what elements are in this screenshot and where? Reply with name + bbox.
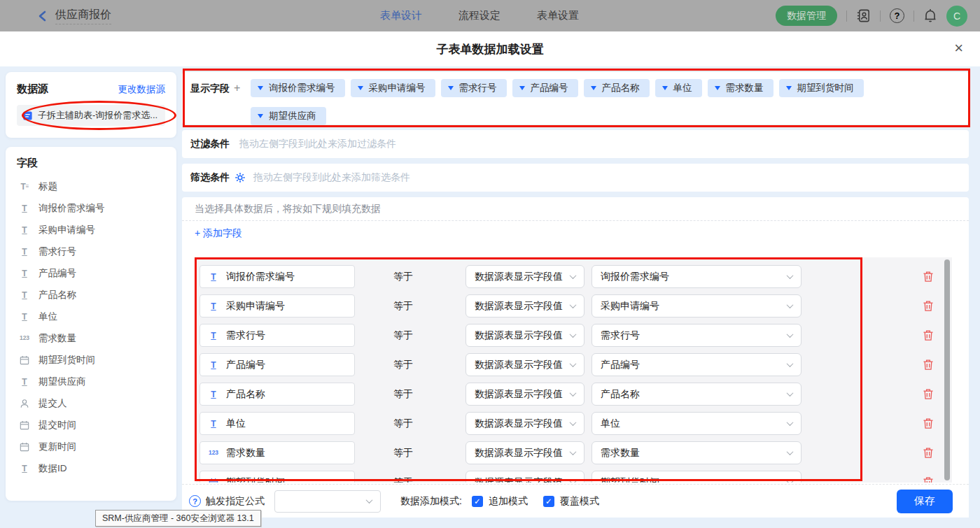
rule-source-select[interactable]: 数据源表显示字段值 [465, 294, 584, 317]
back-icon[interactable] [38, 10, 48, 22]
rule-target-select[interactable]: 单位 [592, 412, 802, 435]
field-list-item[interactable]: 期望到货时间 [6, 349, 176, 371]
rule-field-box[interactable]: T 需求行号 [200, 324, 355, 347]
rule-field-box[interactable]: 期望到货时间 [200, 471, 355, 483]
rule-field-box[interactable]: T 产品名称 [200, 383, 355, 406]
rule-field-box[interactable]: T 产品编号 [200, 353, 355, 376]
formula-help-icon[interactable]: ? [189, 495, 201, 507]
chevron-down-icon [570, 301, 577, 308]
date-field-icon [18, 355, 31, 365]
delete-row-icon[interactable] [923, 300, 934, 312]
text-field-icon: T [207, 302, 220, 311]
delete-row-icon[interactable] [923, 329, 934, 341]
display-field-chip[interactable]: 产品名称 [584, 79, 650, 97]
field-list-item[interactable]: 123 需求数量 [6, 327, 176, 349]
rule-field-label: 期望到货时间 [226, 476, 285, 483]
display-field-chip[interactable]: 单位 [655, 79, 702, 97]
field-list-item[interactable]: 提交人 [6, 392, 176, 414]
display-field-chip[interactable]: 需求行号 [441, 79, 507, 97]
field-list-item[interactable]: T 产品名称 [6, 284, 176, 306]
field-label: 提交人 [38, 397, 67, 410]
rule-source-select[interactable]: 数据源表显示字段值 [465, 353, 584, 376]
append-mode-checkbox[interactable]: ✓ [472, 496, 483, 507]
field-list-item[interactable]: 更新时间 [6, 436, 176, 457]
rule-target-select[interactable]: 需求行号 [592, 324, 802, 347]
field-label: 期望供应商 [38, 376, 86, 388]
field-list-item[interactable]: T 采购申请编号 [6, 219, 176, 241]
rule-target-select[interactable]: 询报价需求编号 [592, 265, 802, 288]
chevron-down-icon [787, 360, 794, 367]
scrollbar-thumb[interactable] [944, 259, 950, 480]
chevron-down-icon [787, 390, 794, 397]
rule-source-select[interactable]: 数据源表显示字段值 [465, 324, 584, 347]
delete-row-icon[interactable] [923, 476, 934, 483]
help-icon[interactable]: ? [890, 8, 904, 23]
display-field-chips: 询报价需求编号 采购申请编号 需求行号 产品编号 产品名称 单位 需求数量 期望… [251, 79, 950, 117]
tab-form-design[interactable]: 表单设计 [380, 9, 422, 22]
tab-form-setting[interactable]: 表单设置 [537, 9, 579, 22]
close-icon[interactable]: × [954, 38, 963, 58]
rule-target-select[interactable]: 产品名称 [592, 383, 802, 406]
chevron-down-icon [787, 419, 794, 426]
rule-target-select[interactable]: 采购申请编号 [592, 294, 802, 317]
field-list-item[interactable]: T 需求行号 [6, 241, 176, 262]
rule-target-select[interactable]: 需求数量 [592, 441, 802, 464]
tab-flow-setting[interactable]: 流程设定 [458, 9, 500, 22]
display-field-chip[interactable]: 需求数量 [708, 79, 774, 97]
rule-target-select[interactable]: 产品编号 [592, 353, 802, 376]
rule-source-select[interactable]: 数据源表显示字段值 [465, 265, 584, 288]
field-list-item[interactable]: T 产品编号 [6, 262, 176, 284]
field-list-item[interactable]: 提交时间 [6, 414, 176, 436]
filter-condition-panel[interactable]: 过滤条件 拖动左侧字段到此处来添加过滤条件 [182, 130, 969, 158]
delete-row-icon[interactable] [923, 359, 934, 371]
delete-row-icon[interactable] [923, 447, 934, 459]
display-field-chip[interactable]: 采购申请编号 [351, 79, 435, 97]
address-book-icon[interactable] [856, 8, 871, 23]
delete-row-icon[interactable] [923, 271, 934, 283]
display-field-chip[interactable]: 产品编号 [512, 79, 578, 97]
field-label: 采购申请编号 [38, 224, 95, 236]
rule-target-select[interactable]: 期望到货时间 [592, 471, 802, 483]
display-field-chip[interactable]: 期望供应商 [251, 107, 326, 125]
save-button[interactable]: 保存 [897, 490, 953, 513]
add-field-link[interactable]: + 添加字段 [195, 227, 242, 240]
text-field-icon: T [18, 226, 31, 234]
gear-icon[interactable] [235, 173, 245, 183]
field-label: 标题 [38, 180, 57, 193]
form-name[interactable]: 供应商报价 [55, 8, 111, 24]
field-list-item[interactable]: T 数据ID [6, 457, 176, 479]
notification-bell-icon[interactable] [923, 8, 937, 23]
rules-hint: 当选择具体数据后，将按如下规则填充数据 [195, 203, 381, 215]
chevron-down-icon [570, 360, 577, 367]
field-list-item[interactable]: T 询报价需求编号 [6, 197, 176, 219]
rule-source-select[interactable]: 数据源表显示字段值 [465, 471, 584, 483]
rule-source-select[interactable]: 数据源表显示字段值 [465, 412, 584, 435]
field-label: 产品编号 [38, 267, 76, 280]
rule-source-select[interactable]: 数据源表显示字段值 [465, 441, 584, 464]
data-manage-button[interactable]: 数据管理 [776, 6, 837, 26]
delete-row-icon[interactable] [923, 388, 934, 400]
field-list-item[interactable]: T≡ 标题 [6, 176, 176, 197]
add-display-field-icon[interactable]: + [234, 82, 240, 94]
display-field-chip[interactable]: 询报价需求编号 [251, 79, 345, 97]
display-field-chip[interactable]: 期望到货时间 [779, 79, 864, 97]
rule-field-box[interactable]: T 采购申请编号 [200, 294, 355, 317]
field-list-item[interactable]: T 期望供应商 [6, 371, 176, 392]
rule-source-select[interactable]: 数据源表显示字段值 [465, 383, 584, 406]
field-label: 期望到货时间 [38, 354, 95, 366]
delete-row-icon[interactable] [923, 418, 934, 429]
rule-field-box[interactable]: T 单位 [200, 412, 355, 435]
rule-row: T 产品名称 等于 数据源表显示字段值 产品名称 [200, 383, 952, 406]
rule-field-box[interactable]: 123 需求数量 [200, 441, 355, 464]
override-mode-checkbox[interactable]: ✓ [543, 496, 554, 507]
formula-select[interactable] [274, 490, 381, 513]
field-label: 需求数量 [38, 332, 76, 345]
chevron-down-icon [787, 448, 794, 455]
rule-field-box[interactable]: T 询报价需求编号 [200, 265, 355, 288]
avatar[interactable]: C [946, 6, 967, 27]
datasource-selected-item[interactable]: 子拆主辅助表-询报价需求选... [17, 105, 165, 126]
field-list-item[interactable]: T 单位 [6, 306, 176, 327]
change-datasource-link[interactable]: 更改数据源 [118, 83, 166, 96]
screen-condition-panel[interactable]: 筛选条件 拖动左侧字段到此处来添加筛选条件 [182, 164, 969, 192]
chevron-down-icon [787, 272, 794, 279]
